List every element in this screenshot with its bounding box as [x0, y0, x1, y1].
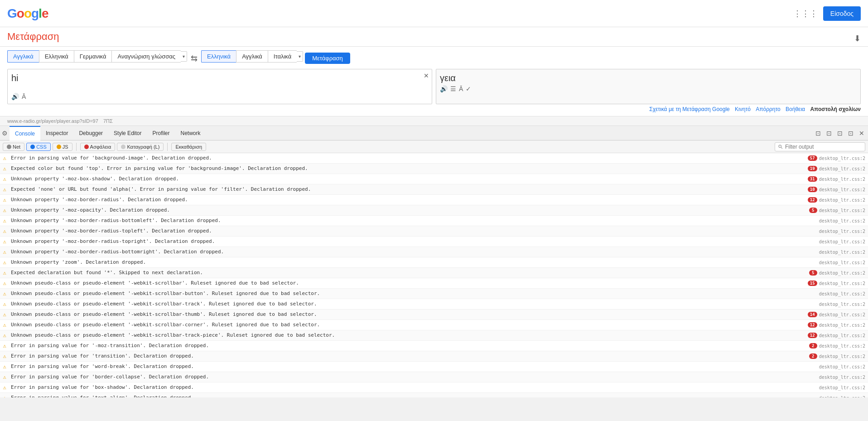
warning-icon: ⚠ [0, 184, 9, 194]
warning-icon: ⚠ [0, 226, 9, 236]
console-source[interactable]: desktop_ltr.css:2 [796, 237, 868, 247]
devtools-icon-4[interactable]: ⊡ [846, 129, 855, 138]
console-source[interactable]: desktop_ltr.css:2 [796, 299, 868, 309]
console-message: Expected 'none' or URL but found 'alpha(… [9, 184, 796, 194]
target-lang-anglika[interactable]: Αγγλικά [236, 50, 268, 63]
tab-console[interactable]: Console [10, 126, 40, 140]
source-lang-auto[interactable]: Αναγνώριση γλώσσας [111, 50, 181, 63]
source-file: desktop_ltr.css:2 [819, 198, 865, 203]
warning-icon: ⚠ [0, 320, 9, 330]
console-message: Unknown pseudo-class or pseudo-element '… [9, 289, 796, 299]
tab-profiler[interactable]: Profiler [147, 126, 175, 140]
clear-button[interactable]: Εκκαθάριση [171, 143, 206, 151]
inspector-tab-label: Inspector [46, 130, 68, 136]
source-file: desktop_ltr.css:2 [819, 250, 865, 255]
console-source[interactable]: desktop_ltr.css:2 [796, 393, 868, 397]
console-source[interactable]: desktop_ltr.css:2 [796, 362, 868, 372]
tab-debugger[interactable]: Debugger [73, 126, 108, 140]
console-source[interactable]: 2desktop_ltr.css:2 [796, 351, 868, 361]
signin-button[interactable]: Είσοδος [823, 6, 861, 21]
console-message: Unknown property '-moz-opacity'. Declara… [9, 205, 796, 215]
console-source[interactable]: 12desktop_ltr.css:2 [796, 330, 868, 340]
console-source[interactable]: 5desktop_ltr.css:2 [796, 268, 868, 278]
filter-css-button[interactable]: CSS [26, 143, 51, 151]
console-source[interactable]: 10desktop_ltr.css:2 [796, 184, 868, 194]
warning-icon: ⚠ [0, 205, 9, 215]
grid-icon[interactable]: ⋮⋮⋮ [793, 9, 818, 19]
warning-icon: ⚠ [0, 174, 9, 184]
console-source[interactable]: 31desktop_ltr.css:2 [796, 174, 868, 184]
source-lang-dropdown[interactable]: ▾ [181, 51, 187, 62]
filter-log-button[interactable]: Καταγραφή (L) [117, 143, 164, 151]
output-font-icon[interactable]: Ā [459, 85, 463, 92]
devtools-bar: ⚙ Console Inspector Debugger Style Edito… [0, 126, 868, 140]
console-source[interactable]: 12desktop_ltr.css:2 [796, 195, 868, 205]
input-text[interactable]: hi [11, 73, 428, 91]
table-row: ⚠Error in parsing value for 'border-coll… [0, 372, 868, 382]
devtools-icon-3[interactable]: ⊡ [835, 129, 844, 138]
output-list-icon[interactable]: ☰ [450, 85, 456, 92]
translate-button[interactable]: Μετάφραση [305, 53, 350, 64]
swap-langs-button[interactable]: ⇆ [191, 53, 198, 63]
console-source[interactable]: desktop_ltr.css:2 [796, 257, 868, 267]
console-message: Unknown pseudo-class or pseudo-element '… [9, 278, 796, 288]
table-row: ⚠Unknown property 'zoom'. Declaration dr… [0, 257, 868, 268]
tab-style-editor[interactable]: Style Editor [108, 126, 147, 140]
console-source[interactable]: 14desktop_ltr.css:2 [796, 310, 868, 319]
input-panel: hi ✕ 🔊 Ā [7, 69, 432, 104]
console-source[interactable]: 5desktop_ltr.css:2 [796, 205, 868, 215]
source-lang-anglika[interactable]: Αγγλικά [7, 50, 39, 63]
input-audio-icon[interactable]: 🔊 [11, 93, 19, 100]
about-link[interactable]: Σχετικά με τη Μετάφραση Google [649, 106, 729, 112]
console-source[interactable]: 12desktop_ltr.css:2 [796, 320, 868, 330]
filter-security-button[interactable]: Ασφάλεια [80, 143, 116, 151]
console-output: ⚠Error in parsing value for 'background-… [0, 153, 868, 397]
console-source[interactable]: desktop_ltr.css:2 [796, 382, 868, 392]
devtools-icon-2[interactable]: ⊡ [825, 129, 834, 138]
source-file: desktop_ltr.css:2 [819, 271, 865, 276]
console-source[interactable]: 15desktop_ltr.css:2 [796, 278, 868, 288]
table-row: ⚠Unknown property '-moz-border-radius'. … [0, 195, 868, 205]
console-source[interactable]: desktop_ltr.css:2 [796, 226, 868, 236]
output-actions: 🔊 ☰ Ā ✓ [440, 85, 471, 92]
console-message: Error in parsing value for 'box-shadow'.… [9, 382, 796, 392]
console-source[interactable]: 57desktop_ltr.css:2 [796, 153, 868, 163]
tab-inspector[interactable]: Inspector [40, 126, 73, 140]
table-row: ⚠Unknown pseudo-class or pseudo-element … [0, 320, 868, 330]
clear-input-icon[interactable]: ✕ [424, 72, 429, 79]
console-source[interactable]: 2desktop_ltr.css:2 [796, 341, 868, 351]
console-source[interactable]: 19desktop_ltr.css:2 [796, 164, 868, 174]
source-lang-ellinika[interactable]: Ελληνικά [39, 50, 74, 63]
tab-network[interactable]: Network [175, 126, 206, 140]
target-lang-ellinika[interactable]: Ελληνικά [201, 50, 236, 63]
console-message: Error in parsing value for 'text-align'.… [9, 393, 796, 397]
filter-net-button[interactable]: Net [3, 143, 24, 151]
translate-panels: hi ✕ 🔊 Ā γεια 🔊 ☰ Ā ✓ [7, 69, 861, 104]
console-source[interactable]: desktop_ltr.css:2 [796, 216, 868, 226]
devtools-icon-1[interactable]: ⊡ [814, 129, 823, 138]
mobile-link[interactable]: Κινητό [735, 106, 751, 112]
target-lang-italika[interactable]: Ιταλικά [268, 50, 297, 63]
source-file: desktop_ltr.css:2 [819, 166, 865, 171]
devtools-close-icon[interactable]: ✕ [857, 129, 866, 138]
console-source[interactable]: desktop_ltr.css:2 [796, 247, 868, 257]
source-file: desktop_ltr.css:2 [819, 177, 865, 182]
filter-input[interactable] [775, 142, 865, 151]
help-link[interactable]: Βοήθεια [786, 106, 805, 112]
filter-js-button[interactable]: JS [53, 143, 72, 151]
output-audio-icon[interactable]: 🔊 [440, 85, 448, 92]
feedback-link[interactable]: Αποστολή σχολίων [810, 106, 861, 112]
table-row: ⚠Expected declaration but found '*'. Ski… [0, 268, 868, 278]
download-icon[interactable]: ⬇ [854, 34, 861, 44]
input-font-icon[interactable]: Ā [22, 93, 26, 100]
source-lang-germanika[interactable]: Γερμανικά [74, 50, 112, 63]
console-source[interactable]: desktop_ltr.css:2 [796, 289, 868, 299]
console-source[interactable]: desktop_ltr.css:2 [796, 372, 868, 382]
output-check-icon[interactable]: ✓ [466, 85, 471, 92]
privacy-link[interactable]: Απόρρητο [756, 106, 781, 112]
filter-separator [76, 143, 77, 151]
table-row: ⚠Unknown property '-moz-border-radius-to… [0, 226, 868, 237]
devtools-gear-icon[interactable]: ⚙ [2, 130, 8, 137]
source-file: desktop_ltr.css:2 [819, 302, 865, 307]
target-lang-dropdown[interactable]: ▾ [297, 51, 303, 62]
